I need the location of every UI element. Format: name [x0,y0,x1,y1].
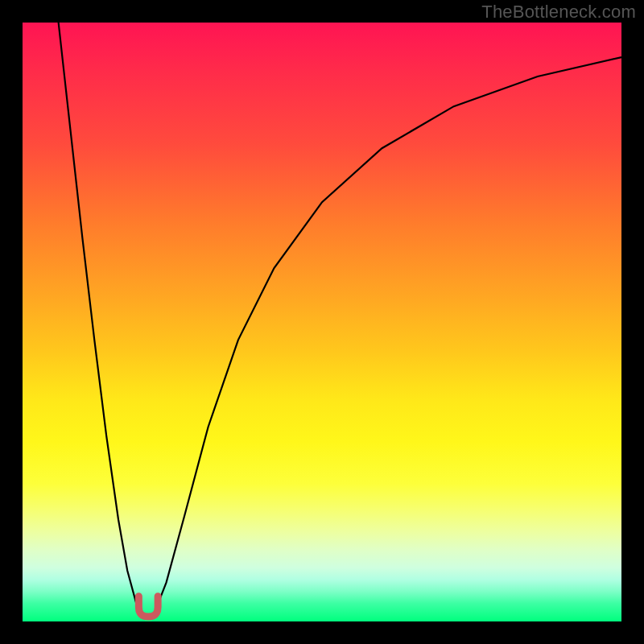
right-curve-branch [155,57,621,613]
left-curve-branch [59,23,142,613]
curve-svg [23,23,621,621]
watermark-text: TheBottleneck.com [481,2,636,23]
cusp-u-marker [138,597,158,617]
gradient-plot-area [23,23,621,621]
